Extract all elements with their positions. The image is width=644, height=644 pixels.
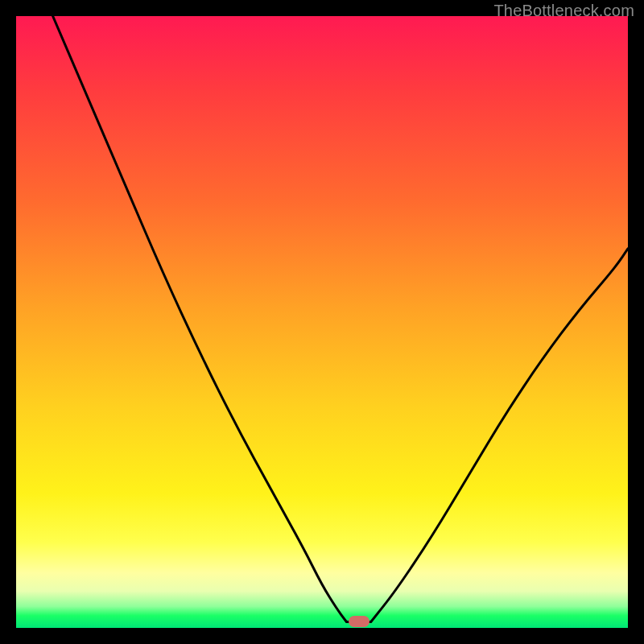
chart-frame: TheBottleneck.com	[0, 0, 644, 644]
gradient-background	[16, 16, 628, 628]
bottom-marker	[349, 616, 369, 627]
attribution-label: TheBottleneck.com	[493, 2, 634, 20]
